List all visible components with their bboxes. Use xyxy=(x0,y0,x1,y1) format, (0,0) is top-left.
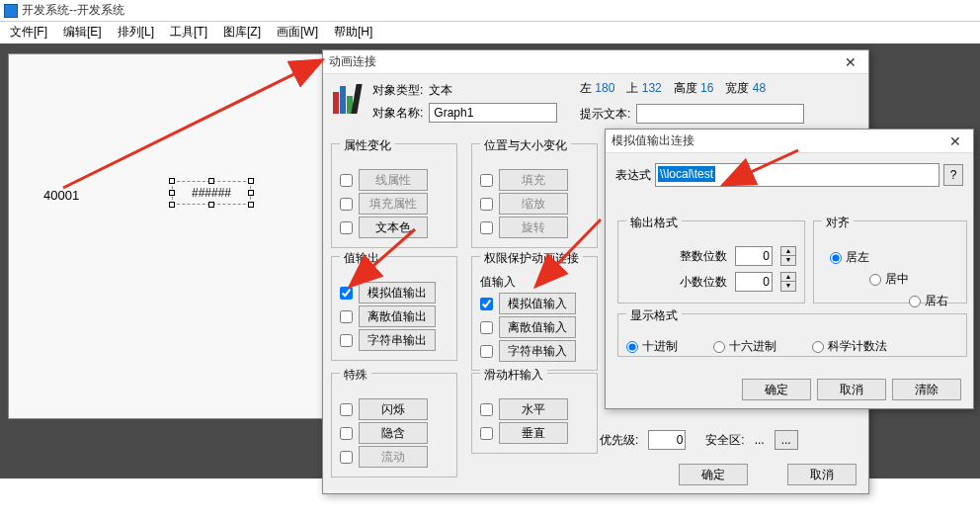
chk-discrete-in[interactable] xyxy=(480,321,493,334)
dec-digits-input[interactable] xyxy=(735,272,773,292)
chk-string-out[interactable] xyxy=(340,334,353,347)
btn-flow[interactable]: 流动 xyxy=(359,446,428,468)
btn-analog-in[interactable]: 模拟值输入 xyxy=(499,293,576,314)
btn-text-color[interactable]: 文本色 xyxy=(359,217,428,238)
obj-name-input[interactable] xyxy=(429,103,557,123)
group-special: 特殊 闪烁 隐含 流动 xyxy=(331,373,457,478)
resize-handle[interactable] xyxy=(208,178,214,184)
chk-rotate[interactable] xyxy=(480,221,493,234)
priority-input[interactable] xyxy=(648,430,686,450)
dec-spinner[interactable]: ▲▼ xyxy=(780,272,796,292)
btn-string-out[interactable]: 字符串输出 xyxy=(359,329,436,351)
expression-help-button[interactable]: ? xyxy=(943,164,963,186)
canvas-text-label[interactable]: 40001 xyxy=(43,188,79,203)
app-icon xyxy=(4,4,18,18)
menu-bar: 文件[F] 编辑[E] 排列[L] 工具[T] 图库[Z] 画面[W] 帮助[H… xyxy=(0,22,980,42)
group-pos-size: 位置与大小变化 填充 缩放 旋转 xyxy=(471,143,598,248)
chk-vertical[interactable] xyxy=(480,427,493,440)
radio-hex[interactable] xyxy=(713,341,725,353)
menu-help[interactable]: 帮助[H] xyxy=(326,22,380,43)
radio-scientific[interactable] xyxy=(812,341,824,353)
resize-handle[interactable] xyxy=(169,202,175,208)
resize-handle[interactable] xyxy=(169,178,175,184)
int-spinner[interactable]: ▲▼ xyxy=(780,246,796,266)
btn-fill-attr[interactable]: 填充属性 xyxy=(359,193,428,215)
tip-text-input[interactable] xyxy=(636,104,804,124)
menu-library[interactable]: 图库[Z] xyxy=(215,22,269,43)
int-digits-input[interactable] xyxy=(735,246,773,266)
animconn-title-bar[interactable]: 动画连接 ✕ xyxy=(323,50,868,74)
btn-string-in[interactable]: 字符串输入 xyxy=(499,340,576,362)
analog-clear-button[interactable]: 清除 xyxy=(892,379,961,400)
dec-digits-label: 小数位数 xyxy=(680,274,727,291)
priority-label: 优先级: xyxy=(600,432,638,449)
resize-handle[interactable] xyxy=(248,190,254,196)
resize-handle[interactable] xyxy=(248,202,254,208)
btn-discrete-in[interactable]: 离散值输入 xyxy=(499,316,576,338)
chk-flow[interactable] xyxy=(340,451,353,464)
chk-discrete-out[interactable] xyxy=(340,310,353,323)
animconn-title: 动画连接 xyxy=(329,53,376,70)
chk-blink[interactable] xyxy=(340,403,353,416)
btn-horizontal[interactable]: 水平 xyxy=(499,398,568,420)
btn-line-attr[interactable]: 线属性 xyxy=(359,169,428,191)
obj-type-value: 文本 xyxy=(429,82,452,99)
analog-ok-button[interactable]: 确定 xyxy=(742,379,811,400)
zone-browse-button[interactable]: ... xyxy=(775,430,798,450)
obj-name-label: 对象名称: xyxy=(372,105,423,122)
analog-title: 模拟值输出连接 xyxy=(612,132,694,149)
radio-decimal[interactable] xyxy=(626,341,638,353)
chk-string-in[interactable] xyxy=(480,345,493,358)
btn-scale[interactable]: 缩放 xyxy=(499,193,568,215)
chk-line-attr[interactable] xyxy=(340,174,353,187)
menu-arrange[interactable]: 排列[L] xyxy=(110,22,162,43)
tip-label: 提示文本: xyxy=(580,106,630,123)
chk-analog-in[interactable] xyxy=(480,298,493,310)
animconn-cancel-button[interactable]: 取消 xyxy=(787,464,857,485)
analog-title-bar[interactable]: 模拟值输出连接 ✕ xyxy=(606,130,973,153)
group-value-output: 值输出 模拟值输出 离散值输出 字符串输出 xyxy=(331,256,457,361)
selected-text-object[interactable]: ###### xyxy=(172,181,251,205)
chk-hide[interactable] xyxy=(340,427,353,440)
app-title: 开发系统--开发系统 xyxy=(22,2,124,19)
close-icon[interactable]: ✕ xyxy=(839,54,862,70)
group-attr-change: 属性变化 线属性 填充属性 文本色 xyxy=(331,143,457,248)
resize-handle[interactable] xyxy=(208,202,214,208)
expression-input[interactable]: \\local\test xyxy=(655,163,939,187)
close-icon[interactable]: ✕ xyxy=(943,133,967,149)
animconn-ok-button[interactable]: 确定 xyxy=(679,464,748,485)
subgroup-value-input-label: 值输入 xyxy=(480,274,589,291)
btn-discrete-out[interactable]: 离散值输出 xyxy=(359,305,436,327)
btn-fill[interactable]: 填充 xyxy=(499,169,568,191)
position-info: 左 180 上 132 高度 16 宽度 48 xyxy=(580,80,766,97)
group-slider: 滑动杆输入 水平 垂直 xyxy=(471,373,598,454)
menu-screen[interactable]: 画面[W] xyxy=(269,22,326,43)
chk-analog-out[interactable] xyxy=(340,287,353,300)
menu-edit[interactable]: 编辑[E] xyxy=(55,22,110,43)
resize-handle[interactable] xyxy=(169,190,175,196)
expression-selected-text: \\local\test xyxy=(658,166,715,182)
chk-horizontal[interactable] xyxy=(480,403,493,416)
btn-blink[interactable]: 闪烁 xyxy=(359,398,428,420)
analog-cancel-button[interactable]: 取消 xyxy=(817,379,886,400)
chk-scale[interactable] xyxy=(480,198,493,211)
chk-fill-attr[interactable] xyxy=(340,198,353,211)
radio-align-right[interactable] xyxy=(909,296,921,307)
chk-fill[interactable] xyxy=(480,174,493,187)
chk-text-color[interactable] xyxy=(340,221,353,234)
menu-file[interactable]: 文件[F] xyxy=(2,22,55,43)
menu-tools[interactable]: 工具[T] xyxy=(162,22,215,43)
main-title-bar: 开发系统--开发系统 xyxy=(0,0,980,22)
expression-label: 表达式 xyxy=(615,167,651,184)
zone-value: ... xyxy=(755,433,765,447)
btn-rotate[interactable]: 旋转 xyxy=(499,217,568,238)
analog-output-dialog: 模拟值输出连接 ✕ 表达式 \\local\test ? 输出格式 整数位数 ▲… xyxy=(605,129,974,409)
resize-handle[interactable] xyxy=(248,178,254,184)
btn-analog-out[interactable]: 模拟值输出 xyxy=(359,282,436,304)
radio-align-center[interactable] xyxy=(869,274,881,286)
group-display-format: 显示格式 十进制 十六进制 科学计数法 xyxy=(617,313,967,357)
btn-vertical[interactable]: 垂直 xyxy=(499,422,568,444)
btn-hide[interactable]: 隐含 xyxy=(359,422,428,444)
radio-align-left[interactable] xyxy=(830,252,842,264)
books-icon xyxy=(333,82,365,114)
